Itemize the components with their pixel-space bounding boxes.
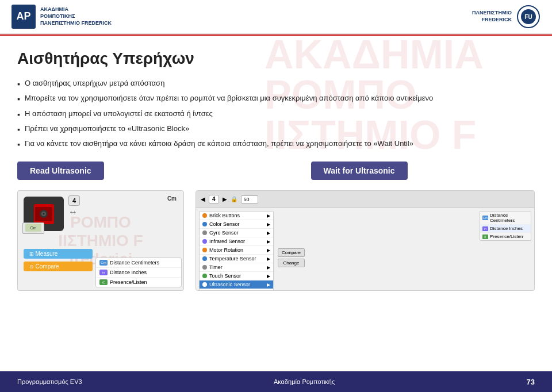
sensor-list: Brick Buttons ▶ Color Sensor ▶ Gyro Sens… — [199, 211, 274, 291]
sensor-timer[interactable]: Timer ▶ — [200, 263, 273, 272]
header: AP ΑΚΑΔΗΜΙΑ ΡΟΜΠΟΤΙΚΗΣ ΠΑΝΕΠΙΣΤΗΜΙΟ FRED… — [0, 0, 552, 34]
cm-label: Cm — [167, 195, 177, 202]
sensor-touch[interactable]: Touch Sensor ▶ — [200, 272, 273, 280]
bullet-1: Ο αισθητήρας υπερήχων μετρά απόσταση — [17, 78, 535, 90]
change-button[interactable]: Change — [278, 259, 305, 267]
cm-icon: Cm — [99, 260, 108, 266]
sensor-temperature[interactable]: Temperature Sensor ▶ — [200, 255, 273, 263]
dot-touch — [202, 274, 207, 278]
screenshot-left: ΡΟΜΠΟΙΙΣΤΗΜΙΟ Ffrederici 4 Cm — [17, 190, 184, 291]
bullet-3: Η απόσταση μπορεί να υπολογιστεί σε εκατ… — [17, 109, 535, 120]
svg-text:Cm: Cm — [30, 226, 37, 230]
wait-for-ultrasonic-button[interactable]: Wait for Ultrasonic — [311, 162, 408, 180]
sensor-energy[interactable]: Energy Meter ▶ — [200, 289, 273, 291]
right-panel-inch[interactable]: in Distance Inches — [480, 225, 531, 233]
right-top-bar: ◀ 4 ▶ 🔒 50 — [196, 191, 534, 208]
right-presence-icon: (( — [482, 235, 488, 239]
presence-icon: (( — [99, 279, 108, 285]
header-separator — [0, 34, 552, 36]
bullet-list: Ο αισθητήρας υπερήχων μετρά απόσταση Μπο… — [17, 78, 535, 150]
right-panel-cm[interactable]: Cm Distance Centimeters — [480, 212, 531, 225]
number-badge-right: 4 — [209, 195, 219, 203]
inch-icon: in — [99, 270, 108, 275]
sensor-icon — [34, 204, 54, 224]
dropdown-item-cm[interactable]: Cm Distance Centimeters — [96, 258, 181, 268]
svg-text:FU: FU — [524, 14, 532, 20]
footer-center: Ακαδημία Ρομποτικής — [274, 378, 335, 385]
read-ultrasonic-button[interactable]: Read Ultrasonic — [17, 162, 104, 180]
footer: Προγραμματισμός EV3 Ακαδημία Ρομποτικής … — [0, 371, 552, 392]
dot-temperature — [202, 256, 207, 261]
right-panel: Cm Distance Centimeters in Distance Inch… — [480, 211, 531, 241]
sensor-color[interactable]: Color Sensor ▶ — [200, 220, 273, 229]
logo-left-icon: AP — [12, 5, 36, 29]
svg-text:AP: AP — [16, 10, 30, 22]
svg-point-8 — [43, 213, 45, 214]
footer-left: Προγραμματισμός EV3 — [17, 378, 82, 385]
logo-right-icon: FU — [516, 5, 540, 29]
main-content: Αισθητήρας Υπερήχων Ο αισθητήρας υπερήχω… — [0, 38, 552, 297]
number-badge-left: 4 — [68, 195, 80, 206]
left-arrow-icon[interactable]: ◀ — [201, 196, 205, 202]
mid-buttons: Compare Change — [278, 248, 305, 267]
arrows-icon: ↔ — [68, 207, 78, 217]
dot-gyro — [202, 230, 207, 235]
logo-right: ΠΑΝΕΠΙΣΤΗΜΙΟ FREDERICK FU — [472, 5, 540, 29]
right-inch-icon: in — [482, 226, 488, 231]
sensor-motor[interactable]: Motor Rotation ▶ — [200, 246, 273, 255]
dropdown-left: Cm Distance Centimeters in Distance Inch… — [95, 258, 182, 287]
footer-page: 73 — [527, 378, 535, 386]
bullet-4: Πρέπει να χρησιμοποιήσετε το «Ultrasonic… — [17, 124, 535, 135]
sensor-gyro[interactable]: Gyro Sensor ▶ — [200, 229, 273, 237]
compare-button-left[interactable]: Compare — [24, 262, 93, 271]
page-title: Αισθητήρας Υπερήχων — [17, 49, 535, 68]
dot-ultrasonic — [202, 282, 207, 287]
dot-brick-buttons — [202, 213, 207, 218]
dropdown-item-presence[interactable]: (( Presence/Listen — [96, 278, 181, 287]
bullet-5: Για να κάνετε τον αισθητήρα να κάνει κάπ… — [17, 139, 535, 150]
logo-right-text: ΠΑΝΕΠΙΣΤΗΜΙΟ FREDERICK — [472, 10, 512, 23]
right-arrow-icon[interactable]: ▶ — [223, 196, 227, 202]
dot-timer — [202, 265, 207, 270]
bullet-2: Μπορείτε να τον χρησιμοποιήσετε όταν πρέ… — [17, 93, 535, 105]
screenshot-right: ◀ 4 ▶ 🔒 50 Brick Buttons ▶ — [195, 190, 535, 291]
logo-left: AP ΑΚΑΔΗΜΙΑ ΡΟΜΠΟΤΙΚΗΣ ΠΑΝΕΠΙΣΤΗΜΙΟ FRED… — [12, 5, 112, 29]
mini-display: Cm — [22, 222, 44, 234]
sensor-brick-buttons[interactable]: Brick Buttons ▶ — [200, 212, 273, 220]
button-row: Read Ultrasonic Wait for Ultrasonic — [17, 162, 535, 180]
screenshots-row: ΡΟΜΠΟΙΙΣΤΗΜΙΟ Ffrederici 4 Cm — [17, 190, 535, 291]
measure-button[interactable]: Measure — [24, 249, 93, 259]
right-panel-presence[interactable]: (( Presence/Listen — [480, 233, 531, 240]
right-cm-icon: Cm — [482, 216, 488, 220]
sensor-infrared[interactable]: Infrared Sensor ▶ — [200, 237, 273, 246]
input-value[interactable]: 50 — [241, 195, 258, 203]
dot-color — [202, 222, 207, 226]
lock-icon: 🔒 — [231, 196, 237, 202]
compare-button-right[interactable]: Compare — [278, 248, 305, 257]
sensor-ultrasonic[interactable]: Ultrasonic Sensor ▶ — [200, 280, 273, 289]
dot-infrared — [202, 239, 207, 244]
dot-motor — [202, 248, 207, 252]
dropdown-item-inch[interactable]: in Distance Inches — [96, 268, 181, 278]
logo-left-text: ΑΚΑΔΗΜΙΑ ΡΟΜΠΟΤΙΚΗΣ ΠΑΝΕΠΙΣΤΗΜΙΟ FREDERI… — [40, 6, 112, 26]
